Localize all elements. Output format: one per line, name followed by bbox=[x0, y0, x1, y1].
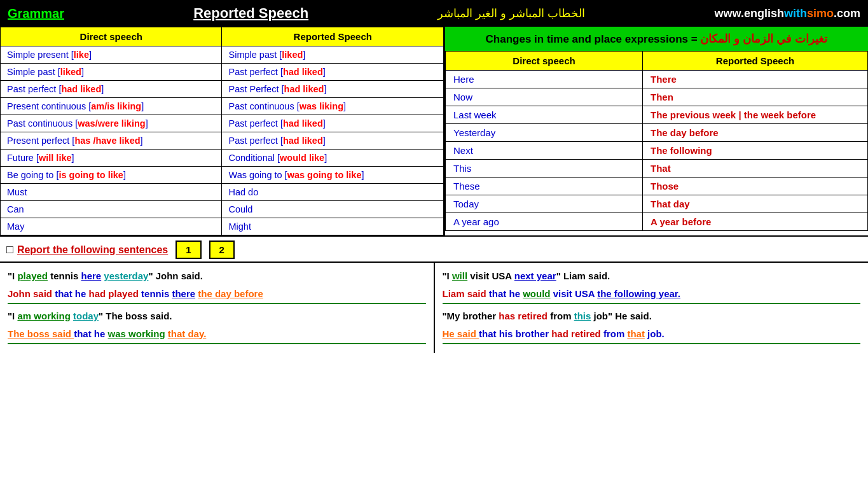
table-row: Can Could bbox=[1, 201, 444, 218]
page2-button[interactable]: 2 bbox=[209, 241, 235, 259]
table-row: A year ago A year before bbox=[446, 213, 868, 231]
table-row: Now Then bbox=[446, 88, 868, 106]
table-row: Present perfect [has /have liked] Past p… bbox=[1, 132, 444, 150]
website-prefix: www. bbox=[715, 7, 744, 20]
table-row: Here There bbox=[446, 71, 868, 88]
table-row: Today That day bbox=[446, 195, 868, 213]
changes-title-line1: Changes in time and place expressions = … bbox=[453, 32, 860, 46]
right-panel: Changes in time and place expressions = … bbox=[445, 27, 868, 235]
left-sentence-box: "I played tennis here yesterday" John sa… bbox=[0, 263, 435, 353]
table-row: Past continuous [was/were liking] Past p… bbox=[1, 115, 444, 132]
grammar-table: Direct speech Reported Speech Simple pre… bbox=[0, 27, 444, 235]
left-panel: Direct speech Reported Speech Simple pre… bbox=[0, 27, 445, 235]
report-label: Report the following sentences bbox=[17, 244, 168, 256]
checkbox-icon: □ bbox=[6, 243, 13, 256]
table-row: May Might bbox=[1, 218, 444, 235]
website-simo: simo bbox=[807, 7, 834, 20]
website-logo: www.englishwithsimo.com bbox=[715, 7, 860, 20]
table-row: Present continuous [am/is liking] Past c… bbox=[1, 98, 444, 115]
grammar-col1-header: Direct speech bbox=[1, 27, 222, 46]
sentence3-answer: Liam said that he would visit USA the fo… bbox=[443, 286, 861, 305]
sentence4: "My brother has retired from this job" H… bbox=[443, 308, 861, 324]
table-row: Simple present [like] Simple past [liked… bbox=[1, 46, 444, 64]
table-row: Future [will like] Conditional [would li… bbox=[1, 150, 444, 167]
arabic-title: الخطاب المباشر و الغير المباشر bbox=[437, 6, 585, 20]
page-title: Reported Speech bbox=[193, 5, 308, 22]
changes-header: Changes in time and place expressions = … bbox=[445, 27, 868, 51]
sentence2: "I am working today" The boss said. bbox=[8, 308, 426, 324]
website-with: with bbox=[784, 7, 807, 20]
sentence2-answer: The boss said that he was working that d… bbox=[8, 326, 426, 345]
website-english: english bbox=[744, 7, 784, 20]
grammar-col2-header: Reported Speech bbox=[222, 27, 444, 46]
table-row: Yesterday The day before bbox=[446, 124, 868, 142]
table-row: Must Had do bbox=[1, 184, 444, 201]
main-content: Direct speech Reported Speech Simple pre… bbox=[0, 27, 868, 235]
table-row: Be going to [is going to like] Was going… bbox=[1, 167, 444, 184]
bottom-section: □ Report the following sentences 1 2 bbox=[0, 235, 868, 261]
sentence3: "I will visit USA next year" Liam said. bbox=[443, 268, 861, 284]
grammar-link[interactable]: Grammar bbox=[8, 6, 64, 21]
time-place-table: Direct speech Reported Speech Here There… bbox=[445, 51, 868, 231]
time-col2-header: Reported Speech bbox=[643, 52, 868, 71]
time-col1-header: Direct speech bbox=[446, 52, 643, 71]
sentence4-answer: He said that his brother had retired fro… bbox=[443, 326, 861, 345]
website-com: .com bbox=[834, 7, 860, 20]
table-row: Past perfect [had liked] Past Perfect [h… bbox=[1, 81, 444, 98]
table-row: Next The following bbox=[446, 142, 868, 160]
page1-button[interactable]: 1 bbox=[176, 241, 201, 259]
sentence1: "I played tennis here yesterday" John sa… bbox=[8, 268, 426, 284]
table-row: These Those bbox=[446, 178, 868, 195]
table-row: Simple past [liked] Past perfect [had li… bbox=[1, 64, 444, 81]
top-header: Grammar Reported Speech الخطاب المباشر و… bbox=[0, 0, 868, 27]
right-sentence-box: "I will visit USA next year" Liam said. … bbox=[435, 263, 869, 353]
sentence1-answer: John said that he had played tennis ther… bbox=[8, 286, 426, 305]
checkbox-label: □ Report the following sentences bbox=[6, 243, 168, 256]
changes-title-en: Changes in time and place expressions = … bbox=[486, 33, 828, 45]
sentence-boxes: "I played tennis here yesterday" John sa… bbox=[0, 261, 868, 353]
table-row: This That bbox=[446, 160, 868, 178]
table-row: Last week The previous week | the week b… bbox=[446, 106, 868, 124]
